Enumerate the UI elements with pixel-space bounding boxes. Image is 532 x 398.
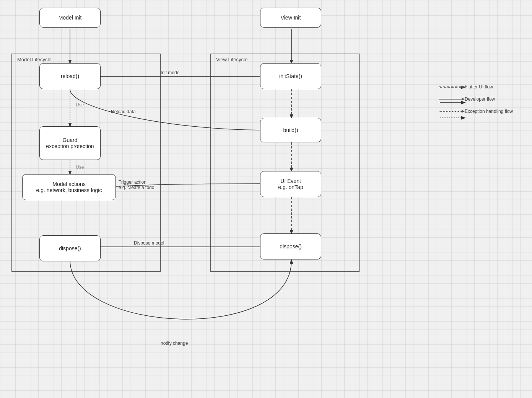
ui-event-node: UI Event e.g. onTap — [260, 171, 321, 197]
legend: Flutter UI flow Developer flow Exception… — [439, 84, 513, 121]
build-node: build() — [260, 118, 321, 142]
use1-label: Use — [76, 102, 84, 108]
use2-label: Use — [76, 165, 84, 170]
view-dispose-node: dispose() — [260, 233, 321, 259]
trigger-action-label: Trigger action e.g. create a todo — [119, 174, 154, 190]
model-dispose-node: dispose() — [39, 235, 101, 261]
reload-node: reload() — [39, 63, 101, 89]
dispose-model-label: Dispose model — [134, 240, 164, 246]
model-init-node: Model Init — [39, 8, 101, 28]
model-lifecycle-label: Model Lifecycle — [17, 57, 52, 62]
model-actions-node: Model actions e.g. network, business log… — [22, 174, 116, 200]
init-model-label: Init model — [161, 70, 181, 75]
init-state-node: initState() — [260, 63, 321, 89]
flutter-ui-flow-legend: Flutter UI flow — [439, 84, 513, 90]
guard-exception-node: Guard exception protection — [39, 126, 101, 160]
developer-flow-legend: Developer flow — [439, 96, 513, 102]
reload-data-label: Reload data — [111, 109, 136, 114]
view-init-node: View Init — [260, 8, 321, 28]
notify-change-label: notify change — [161, 341, 188, 346]
view-lifecycle-label: View Lifecycle — [216, 57, 247, 62]
exception-flow-legend: Exception handling flow — [439, 109, 513, 114]
diagram-container: Model Init View Init Model Lifecycle Vie… — [0, 0, 532, 398]
